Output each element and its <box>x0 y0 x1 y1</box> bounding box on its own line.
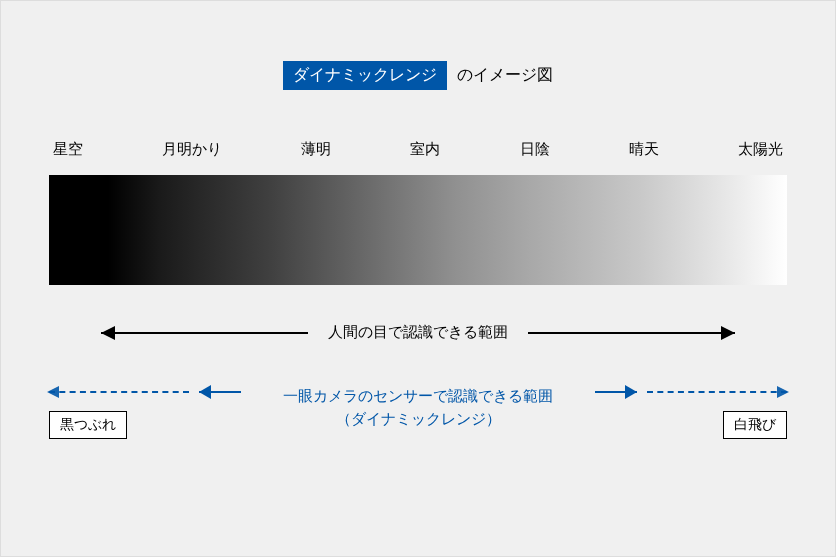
arrow-left-icon <box>199 391 241 393</box>
dashed-arrow-left-icon <box>49 391 189 393</box>
title-badge: ダイナミックレンジ <box>283 61 447 90</box>
clipped-dark-box: 黒つぶれ <box>49 411 127 439</box>
scale-labels: 星空 月明かり 薄明 室内 日陰 晴天 太陽光 <box>49 140 787 159</box>
title-row: ダイナミックレンジ のイメージ図 <box>49 61 787 90</box>
scale-label: 星空 <box>53 140 83 159</box>
arrow-right-icon <box>528 332 735 334</box>
human-range: 人間の目で認識できる範囲 <box>101 323 735 342</box>
scale-label: 月明かり <box>162 140 222 159</box>
human-range-label: 人間の目で認識できる範囲 <box>308 323 528 342</box>
title-suffix: のイメージ図 <box>457 65 553 86</box>
gradient-bar <box>49 175 787 285</box>
scale-label: 太陽光 <box>738 140 783 159</box>
camera-range-label: 一眼カメラのセンサーで認識できる範囲 （ダイナミックレンジ） <box>241 385 595 430</box>
human-range-row: 人間の目で認識できる範囲 <box>49 323 787 353</box>
camera-range: 一眼カメラのセンサーで認識できる範囲 （ダイナミックレンジ） <box>199 385 637 430</box>
arrow-left-icon <box>101 332 308 334</box>
scale-label: 薄明 <box>301 140 331 159</box>
camera-range-text-1: 一眼カメラのセンサーで認識できる範囲 <box>283 387 553 404</box>
dashed-arrow-right-icon <box>647 391 787 393</box>
diagram-container: ダイナミックレンジ のイメージ図 星空 月明かり 薄明 室内 日陰 晴天 太陽光… <box>1 1 835 435</box>
camera-range-text-2: （ダイナミックレンジ） <box>336 410 501 427</box>
scale-label: 室内 <box>410 140 440 159</box>
camera-range-row: 一眼カメラのセンサーで認識できる範囲 （ダイナミックレンジ） 黒つぶれ 白飛び <box>49 385 787 435</box>
clipped-light-box: 白飛び <box>723 411 787 439</box>
scale-label: 日陰 <box>520 140 550 159</box>
scale-label: 晴天 <box>629 140 659 159</box>
arrow-right-icon <box>595 391 637 393</box>
